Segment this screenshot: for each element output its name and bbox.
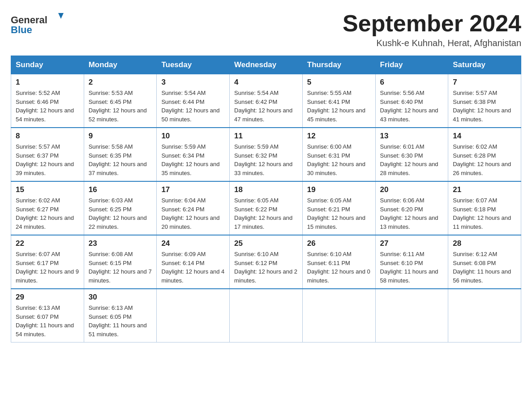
calendar-cell: [302, 289, 375, 342]
logo-image: General Blue: [11, 11, 69, 35]
svg-text:Blue: Blue: [11, 24, 32, 35]
day-number: 24: [161, 239, 225, 248]
day-info: Sunrise: 6:12 AMSunset: 6:08 PMDaylight:…: [453, 250, 516, 285]
col-sunday: Sunday: [11, 56, 84, 74]
day-number: 18: [234, 185, 298, 194]
day-info: Sunrise: 6:13 AMSunset: 6:07 PMDaylight:…: [16, 304, 79, 338]
day-info: Sunrise: 6:01 AMSunset: 6:30 PMDaylight:…: [380, 142, 444, 177]
day-number: 30: [89, 293, 152, 302]
day-info: Sunrise: 5:59 AMSunset: 6:32 PMDaylight:…: [234, 142, 298, 177]
day-number: 17: [161, 185, 225, 194]
day-info: Sunrise: 6:04 AMSunset: 6:24 PMDaylight:…: [161, 196, 225, 231]
calendar-cell: 19Sunrise: 6:05 AMSunset: 6:21 PMDayligh…: [302, 181, 375, 235]
calendar-body: 1Sunrise: 5:52 AMSunset: 6:46 PMDaylight…: [11, 74, 521, 342]
col-thursday: Thursday: [302, 56, 375, 74]
day-info: Sunrise: 6:07 AMSunset: 6:18 PMDaylight:…: [453, 196, 516, 231]
calendar-cell: 25Sunrise: 6:10 AMSunset: 6:12 PMDayligh…: [230, 235, 303, 289]
day-info: Sunrise: 5:54 AMSunset: 6:42 PMDaylight:…: [234, 89, 298, 124]
day-info: Sunrise: 5:59 AMSunset: 6:34 PMDaylight:…: [161, 142, 225, 177]
calendar-cell: [230, 289, 303, 342]
calendar-cell: 2Sunrise: 5:53 AMSunset: 6:45 PMDaylight…: [84, 74, 157, 128]
day-info: Sunrise: 5:53 AMSunset: 6:45 PMDaylight:…: [89, 89, 152, 124]
day-info: Sunrise: 6:08 AMSunset: 6:15 PMDaylight:…: [89, 250, 152, 285]
day-number: 16: [89, 185, 152, 194]
calendar-cell: 5Sunrise: 5:55 AMSunset: 6:41 PMDaylight…: [302, 74, 375, 128]
day-info: Sunrise: 6:07 AMSunset: 6:17 PMDaylight:…: [16, 250, 79, 285]
calendar-cell: 26Sunrise: 6:10 AMSunset: 6:11 PMDayligh…: [302, 235, 375, 289]
day-info: Sunrise: 6:10 AMSunset: 6:11 PMDaylight:…: [307, 250, 371, 285]
page-header: General Blue September 2024 Kushk-e Kuhn…: [11, 11, 521, 48]
day-number: 23: [89, 239, 152, 248]
day-number: 10: [161, 132, 225, 141]
calendar-table: Sunday Monday Tuesday Wednesday Thursday…: [11, 56, 521, 342]
calendar-cell: 12Sunrise: 6:00 AMSunset: 6:31 PMDayligh…: [302, 128, 375, 181]
calendar-cell: 23Sunrise: 6:08 AMSunset: 6:15 PMDayligh…: [84, 235, 157, 289]
svg-marker-1: [58, 13, 64, 19]
day-info: Sunrise: 6:10 AMSunset: 6:12 PMDaylight:…: [234, 250, 298, 285]
day-info: Sunrise: 6:05 AMSunset: 6:22 PMDaylight:…: [234, 196, 298, 231]
calendar-cell: 6Sunrise: 5:56 AMSunset: 6:40 PMDaylight…: [375, 74, 448, 128]
calendar-cell: 29Sunrise: 6:13 AMSunset: 6:07 PMDayligh…: [11, 289, 84, 342]
calendar-header-row: Sunday Monday Tuesday Wednesday Thursday…: [11, 56, 521, 74]
col-tuesday: Tuesday: [157, 56, 230, 74]
calendar-cell: 8Sunrise: 5:57 AMSunset: 6:37 PMDaylight…: [11, 128, 84, 181]
day-info: Sunrise: 6:09 AMSunset: 6:14 PMDaylight:…: [161, 250, 225, 285]
calendar-cell: 30Sunrise: 6:13 AMSunset: 6:05 PMDayligh…: [84, 289, 157, 342]
location-subtitle: Kushk-e Kuhnah, Herat, Afghanistan: [343, 38, 521, 48]
title-block: September 2024 Kushk-e Kuhnah, Herat, Af…: [343, 11, 521, 48]
calendar-cell: 24Sunrise: 6:09 AMSunset: 6:14 PMDayligh…: [157, 235, 230, 289]
calendar-cell: 13Sunrise: 6:01 AMSunset: 6:30 PMDayligh…: [375, 128, 448, 181]
day-info: Sunrise: 5:57 AMSunset: 6:38 PMDaylight:…: [453, 89, 516, 124]
day-info: Sunrise: 6:00 AMSunset: 6:31 PMDaylight:…: [307, 142, 371, 177]
day-info: Sunrise: 6:02 AMSunset: 6:28 PMDaylight:…: [453, 142, 516, 177]
month-year-title: September 2024: [343, 11, 521, 36]
day-number: 29: [16, 293, 79, 302]
calendar-cell: [448, 289, 521, 342]
calendar-cell: 22Sunrise: 6:07 AMSunset: 6:17 PMDayligh…: [11, 235, 84, 289]
day-number: 9: [89, 132, 152, 141]
calendar-cell: [157, 289, 230, 342]
day-number: 26: [307, 239, 371, 248]
day-info: Sunrise: 5:52 AMSunset: 6:46 PMDaylight:…: [16, 89, 79, 124]
day-number: 15: [16, 185, 79, 194]
calendar-cell: 14Sunrise: 6:02 AMSunset: 6:28 PMDayligh…: [448, 128, 521, 181]
day-info: Sunrise: 6:02 AMSunset: 6:27 PMDaylight:…: [16, 196, 79, 231]
day-number: 21: [453, 185, 516, 194]
day-number: 12: [307, 132, 371, 141]
day-number: 13: [380, 132, 444, 141]
calendar-cell: 10Sunrise: 5:59 AMSunset: 6:34 PMDayligh…: [157, 128, 230, 181]
calendar-cell: 18Sunrise: 6:05 AMSunset: 6:22 PMDayligh…: [230, 181, 303, 235]
calendar-cell: 11Sunrise: 5:59 AMSunset: 6:32 PMDayligh…: [230, 128, 303, 181]
calendar-cell: 17Sunrise: 6:04 AMSunset: 6:24 PMDayligh…: [157, 181, 230, 235]
day-info: Sunrise: 6:11 AMSunset: 6:10 PMDaylight:…: [380, 250, 444, 285]
day-number: 1: [16, 78, 79, 87]
day-info: Sunrise: 6:05 AMSunset: 6:21 PMDaylight:…: [307, 196, 371, 231]
calendar-cell: 28Sunrise: 6:12 AMSunset: 6:08 PMDayligh…: [448, 235, 521, 289]
calendar-cell: [375, 289, 448, 342]
calendar-week-3: 15Sunrise: 6:02 AMSunset: 6:27 PMDayligh…: [11, 181, 521, 235]
day-info: Sunrise: 5:55 AMSunset: 6:41 PMDaylight:…: [307, 89, 371, 124]
col-friday: Friday: [375, 56, 448, 74]
day-number: 20: [380, 185, 444, 194]
day-number: 6: [380, 78, 444, 87]
calendar-cell: 27Sunrise: 6:11 AMSunset: 6:10 PMDayligh…: [375, 235, 448, 289]
calendar-cell: 7Sunrise: 5:57 AMSunset: 6:38 PMDaylight…: [448, 74, 521, 128]
day-info: Sunrise: 5:56 AMSunset: 6:40 PMDaylight:…: [380, 89, 444, 124]
calendar-cell: 16Sunrise: 6:03 AMSunset: 6:25 PMDayligh…: [84, 181, 157, 235]
calendar-cell: 4Sunrise: 5:54 AMSunset: 6:42 PMDaylight…: [230, 74, 303, 128]
day-number: 5: [307, 78, 371, 87]
day-number: 19: [307, 185, 371, 194]
day-number: 4: [234, 78, 298, 87]
day-number: 8: [16, 132, 79, 141]
col-monday: Monday: [84, 56, 157, 74]
day-info: Sunrise: 6:06 AMSunset: 6:20 PMDaylight:…: [380, 196, 444, 231]
day-info: Sunrise: 6:03 AMSunset: 6:25 PMDaylight:…: [89, 196, 152, 231]
day-number: 27: [380, 239, 444, 248]
day-number: 2: [89, 78, 152, 87]
day-number: 11: [234, 132, 298, 141]
logo: General Blue: [11, 11, 69, 35]
calendar-week-4: 22Sunrise: 6:07 AMSunset: 6:17 PMDayligh…: [11, 235, 521, 289]
day-number: 25: [234, 239, 298, 248]
day-number: 28: [453, 239, 516, 248]
day-number: 7: [453, 78, 516, 87]
